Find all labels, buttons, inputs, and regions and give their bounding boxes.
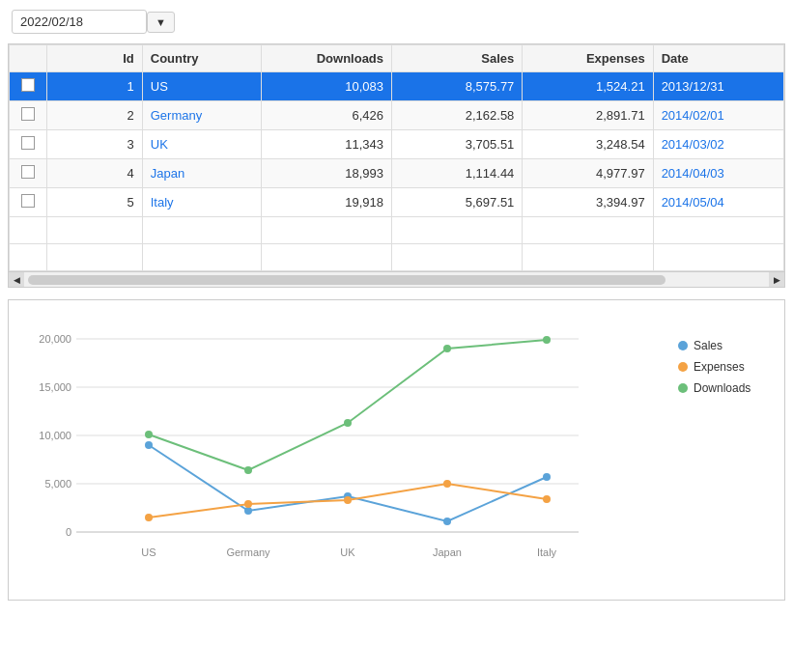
svg-text:US: US bbox=[141, 546, 156, 558]
scroll-left-arrow[interactable]: ◀ bbox=[9, 272, 24, 287]
row-sales: 5,697.51 bbox=[392, 188, 523, 217]
table-row[interactable]: 5Italy19,9185,697.513,394.972014/05/04 bbox=[10, 188, 784, 217]
table-row[interactable]: 4Japan18,9931,114.444,977.972014/04/03 bbox=[10, 159, 784, 188]
svg-point-22 bbox=[244, 507, 252, 515]
chart-section: 20,000 15,000 10,000 5,000 0 US Germany … bbox=[8, 299, 785, 601]
chart-legend: Sales Expenses Downloads bbox=[678, 320, 775, 590]
row-checkbox-cell[interactable] bbox=[10, 72, 47, 101]
row-id: 5 bbox=[47, 188, 142, 217]
svg-text:10,000: 10,000 bbox=[39, 430, 71, 441]
row-sales: 8,575.77 bbox=[392, 72, 523, 101]
svg-point-27 bbox=[244, 500, 252, 508]
legend-expenses-label: Expenses bbox=[694, 360, 745, 374]
row-sales: 3,705.51 bbox=[392, 130, 523, 159]
row-expenses: 3,394.97 bbox=[523, 188, 653, 217]
svg-text:Italy: Italy bbox=[537, 546, 557, 558]
horizontal-scrollbar[interactable]: ◀ ▶ bbox=[9, 271, 784, 287]
row-country: Italy bbox=[142, 188, 261, 217]
row-id: 2 bbox=[47, 101, 142, 130]
row-expenses: 1,524.21 bbox=[523, 72, 653, 101]
row-date: 2014/02/01 bbox=[653, 101, 783, 130]
svg-text:UK: UK bbox=[340, 546, 355, 558]
legend-downloads-label: Downloads bbox=[694, 381, 751, 395]
svg-point-25 bbox=[543, 473, 551, 481]
row-id: 3 bbox=[47, 130, 142, 159]
data-table: Id Country Downloads Sales Expenses Date… bbox=[9, 44, 784, 271]
scroll-right-arrow[interactable]: ▶ bbox=[769, 272, 784, 287]
svg-point-18 bbox=[344, 419, 352, 427]
col-id[interactable]: Id bbox=[47, 45, 142, 72]
scrollbar-thumb[interactable] bbox=[28, 275, 666, 285]
row-id: 1 bbox=[47, 72, 142, 101]
svg-point-21 bbox=[145, 441, 153, 449]
empty-row bbox=[10, 244, 784, 271]
row-date: 2014/04/03 bbox=[653, 159, 783, 188]
svg-point-24 bbox=[443, 518, 451, 525]
chart-area: 20,000 15,000 10,000 5,000 0 US Germany … bbox=[18, 320, 668, 590]
row-country: UK bbox=[142, 130, 261, 159]
row-downloads: 11,343 bbox=[261, 130, 391, 159]
row-checkbox[interactable] bbox=[21, 107, 35, 121]
expenses-dot bbox=[678, 362, 688, 372]
row-downloads: 18,993 bbox=[261, 159, 391, 188]
date-picker-arrow[interactable]: ▼ bbox=[147, 12, 175, 33]
arrow-icon: ▼ bbox=[156, 16, 166, 28]
col-date[interactable]: Date bbox=[653, 45, 783, 72]
svg-point-28 bbox=[344, 496, 352, 504]
col-downloads[interactable]: Downloads bbox=[261, 45, 391, 72]
row-sales: 2,162.58 bbox=[392, 101, 523, 130]
date-picker[interactable]: 2022/02/18 bbox=[12, 10, 147, 34]
table-row[interactable]: 3UK11,3433,705.513,248.542014/03/02 bbox=[10, 130, 784, 159]
legend-expenses: Expenses bbox=[678, 360, 765, 374]
row-checkbox-cell[interactable] bbox=[10, 130, 47, 159]
svg-point-19 bbox=[443, 345, 451, 352]
col-checkbox bbox=[10, 45, 47, 72]
table-row[interactable]: 1US10,0838,575.771,524.212013/12/31 bbox=[10, 72, 784, 101]
table-row[interactable]: 2Germany6,4262,162.582,891.712014/02/01 bbox=[10, 101, 784, 130]
svg-point-16 bbox=[145, 431, 153, 438]
col-expenses[interactable]: Expenses bbox=[523, 45, 653, 72]
row-country: Germany bbox=[142, 101, 261, 130]
row-date: 2014/03/02 bbox=[653, 130, 783, 159]
row-downloads: 19,918 bbox=[261, 188, 391, 217]
svg-text:5,000: 5,000 bbox=[44, 478, 71, 490]
row-checkbox[interactable] bbox=[21, 136, 35, 150]
row-checkbox-cell[interactable] bbox=[10, 188, 47, 217]
date-value: 2022/02/18 bbox=[20, 14, 83, 29]
row-expenses: 4,977.97 bbox=[523, 159, 653, 188]
chart-container: 20,000 15,000 10,000 5,000 0 US Germany … bbox=[18, 320, 775, 590]
row-checkbox-cell[interactable] bbox=[10, 101, 47, 130]
row-checkbox-cell[interactable] bbox=[10, 159, 47, 188]
row-id: 4 bbox=[47, 159, 142, 188]
row-downloads: 6,426 bbox=[261, 101, 391, 130]
col-country[interactable]: Country bbox=[142, 45, 261, 72]
table-header-row: Id Country Downloads Sales Expenses Date bbox=[10, 45, 784, 72]
row-date: 2013/12/31 bbox=[653, 72, 783, 101]
table-wrapper: Id Country Downloads Sales Expenses Date… bbox=[9, 44, 784, 271]
svg-text:20,000: 20,000 bbox=[39, 333, 71, 345]
row-sales: 1,114.44 bbox=[392, 159, 523, 188]
date-picker-container: 2022/02/18 ▼ bbox=[0, 0, 793, 43]
svg-point-30 bbox=[543, 495, 551, 503]
svg-point-29 bbox=[443, 480, 451, 488]
svg-text:0: 0 bbox=[66, 526, 71, 538]
row-checkbox[interactable] bbox=[21, 194, 35, 208]
row-country: Japan bbox=[142, 159, 261, 188]
row-expenses: 3,248.54 bbox=[523, 130, 653, 159]
downloads-dot bbox=[678, 383, 688, 393]
data-table-section: Id Country Downloads Sales Expenses Date… bbox=[8, 43, 785, 288]
row-country: US bbox=[142, 72, 261, 101]
row-checkbox[interactable] bbox=[21, 78, 35, 92]
legend-downloads: Downloads bbox=[678, 381, 765, 395]
line-chart: 20,000 15,000 10,000 5,000 0 US Germany … bbox=[18, 320, 617, 590]
svg-point-17 bbox=[244, 466, 252, 474]
col-sales[interactable]: Sales bbox=[392, 45, 523, 72]
sales-dot bbox=[678, 341, 688, 350]
row-expenses: 2,891.71 bbox=[523, 101, 653, 130]
svg-text:Germany: Germany bbox=[226, 546, 270, 558]
legend-sales-label: Sales bbox=[694, 339, 722, 352]
legend-sales: Sales bbox=[678, 339, 765, 352]
svg-text:15,000: 15,000 bbox=[39, 381, 71, 393]
svg-point-26 bbox=[145, 514, 153, 521]
row-checkbox[interactable] bbox=[21, 165, 35, 179]
